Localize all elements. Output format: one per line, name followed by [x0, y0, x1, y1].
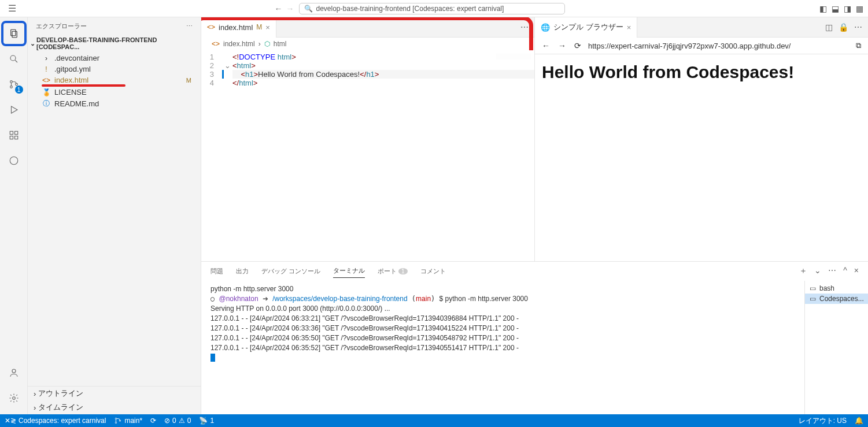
split-icon[interactable]: ◫ — [825, 23, 833, 32]
terminal-list: ▭bash ▭Codespaces... — [804, 281, 868, 414]
status-ports[interactable]: 📡 1 — [199, 417, 214, 425]
project-folder-row[interactable]: ⌄ DEVELOP-BASE-TRAINING-FRONTEND [CODESP… — [28, 35, 201, 51]
line-number: 2 — [201, 61, 222, 70]
tab-simple-browser[interactable]: 🌐 シンプル ブラウザー × — [535, 17, 637, 38]
command-search[interactable]: 🔍 develop-base-training-frontend [Codesp… — [299, 3, 565, 14]
tab-label: シンプル ブラウザー — [553, 22, 623, 32]
browser-forward-icon[interactable]: → — [558, 41, 566, 50]
activity-settings[interactable] — [2, 387, 25, 410]
editor-tab-bar: <> index.html M × ⋯ — [201, 17, 534, 38]
svg-point-12 — [10, 157, 18, 165]
explorer-sidebar: エクスプローラー ⋯ ⌄ DEVELOP-BASE-TRAINING-FRONT… — [28, 17, 201, 414]
file-index-html[interactable]: <>index.htmlM — [36, 75, 201, 86]
timeline-row[interactable]: ›タイムライン — [28, 400, 201, 414]
tab-index-html[interactable]: <> index.html M × — [201, 17, 276, 38]
panel-more-icon[interactable]: ⋯ — [828, 266, 836, 276]
activity-search[interactable] — [2, 47, 25, 70]
more-icon[interactable]: ⋯ — [854, 23, 862, 32]
terminal-output[interactable]: python -m http.server 3000 ○ @nokhnaton … — [201, 281, 804, 414]
file-list: ›.devcontainer !.gitpod.yml <>index.html… — [28, 51, 201, 111]
file-label: README.md — [54, 99, 99, 108]
svg-line-3 — [15, 60, 17, 62]
file-gitpod[interactable]: !.gitpod.yml — [36, 64, 201, 75]
tab-ports[interactable]: ポート1 — [378, 265, 408, 278]
close-icon[interactable]: × — [265, 23, 270, 32]
title-bar: ☰ ← → 🔍 develop-base-training-frontend [… — [0, 0, 868, 17]
tab-comments[interactable]: コメント — [420, 265, 446, 278]
sidebar-more-icon[interactable]: ⋯ — [186, 23, 193, 30]
file-license[interactable]: 🏅LICENSE — [36, 87, 201, 98]
status-layout[interactable]: レイアウト: US — [799, 416, 847, 426]
outline-label: アウトライン — [38, 388, 83, 399]
breadcrumb-tag: html — [274, 40, 287, 48]
terminal-dropdown-icon[interactable]: ⌄ — [814, 266, 821, 276]
html-icon: <> — [42, 76, 51, 84]
chevron-right-icon: › — [42, 54, 51, 62]
file-label: .gitpod.yml — [54, 65, 91, 73]
lock-icon[interactable]: 🔒 — [839, 23, 848, 32]
activity-explorer[interactable] — [2, 22, 25, 45]
editor-area: <> index.html M × ⋯ <> index.html › ⬡ ht… — [201, 17, 868, 414]
page-heading: Hello World from Codespaces! — [542, 62, 861, 82]
breadcrumb[interactable]: <> index.html › ⬡ html — [201, 38, 534, 50]
status-bar: ✕≷ Codespaces: expert carnival main* ⟳ ⊘… — [0, 414, 868, 427]
layout-right-icon[interactable]: ◨ — [844, 4, 851, 13]
status-sync[interactable]: ⟳ — [150, 417, 156, 425]
line-number: 1 — [201, 53, 222, 61]
maximize-icon[interactable]: ^ — [843, 266, 847, 276]
activity-extensions[interactable] — [2, 124, 25, 147]
terminal-icon: ▭ — [810, 284, 816, 292]
terminal-icon: ▭ — [810, 295, 816, 303]
tab-label: index.html — [219, 23, 253, 32]
terminal-codespaces[interactable]: ▭Codespaces... — [805, 294, 868, 304]
nav-forward-icon[interactable]: → — [286, 4, 294, 13]
status-errors[interactable]: ⊘ 0 ⚠ 0 — [164, 417, 191, 425]
tab-modified-mark: M — [256, 23, 262, 31]
svg-rect-0 — [10, 29, 15, 36]
tab-output[interactable]: 出力 — [236, 265, 249, 278]
chevron-right-icon: › — [34, 389, 36, 398]
menu-icon[interactable]: ☰ — [5, 3, 20, 14]
editor-more-icon[interactable]: ⋯ — [520, 23, 529, 32]
browser-reload-icon[interactable]: ⟳ — [574, 41, 581, 50]
outline-row[interactable]: ›アウトライン — [28, 387, 201, 400]
browser-back-icon[interactable]: ← — [542, 41, 550, 50]
open-external-icon[interactable]: ⧉ — [856, 41, 861, 50]
simple-browser-group: 🌐 シンプル ブラウザー × ◫ 🔒 ⋯ ← → ⟳ — [535, 17, 868, 261]
new-terminal-icon[interactable]: ＋ — [799, 266, 807, 276]
svg-point-4 — [10, 81, 12, 83]
info-icon: ⓘ — [42, 99, 51, 109]
layout-left-icon[interactable]: ◧ — [819, 4, 827, 13]
layout-grid-icon[interactable]: ▦ — [856, 4, 863, 13]
bottom-panel: 問題 出力 デバッグ コンソール ターミナル ポート1 コメント ＋ ⌄ ⋯ ^… — [201, 261, 868, 414]
fold-icon[interactable]: ⌄ — [222, 61, 232, 70]
file-readme[interactable]: ⓘREADME.md — [36, 98, 201, 110]
layout-bottom-icon[interactable]: ⬓ — [832, 4, 839, 13]
tab-debug-console[interactable]: デバッグ コンソール — [261, 265, 320, 278]
file-label: index.html — [54, 76, 88, 84]
status-codespaces[interactable]: ✕≷ Codespaces: expert carnival — [5, 417, 106, 425]
terminal-cursor — [210, 354, 215, 362]
svg-rect-9 — [10, 136, 13, 139]
minimap[interactable] — [496, 54, 531, 60]
nav-back-icon[interactable]: ← — [275, 4, 283, 13]
scm-badge: 1 — [15, 86, 23, 94]
browser-url[interactable]: https://expert-carnival-7j6jjqjrv972pxw7… — [588, 42, 849, 50]
file-devcontainer[interactable]: ›.devcontainer — [36, 53, 201, 64]
sidebar-title: エクスプローラー — [36, 22, 87, 31]
activity-run[interactable] — [2, 98, 25, 121]
close-panel-icon[interactable]: × — [854, 266, 859, 276]
svg-point-6 — [15, 83, 17, 86]
status-branch[interactable]: main* — [114, 417, 142, 425]
activity-account[interactable] — [2, 361, 25, 384]
status-bell-icon[interactable]: 🔔 — [855, 417, 863, 425]
ports-count: 1 — [398, 268, 408, 274]
activity-source-control[interactable]: 1 — [2, 73, 25, 96]
tab-terminal[interactable]: ターミナル — [333, 264, 365, 278]
terminal-bash[interactable]: ▭bash — [810, 283, 863, 294]
license-icon: 🏅 — [42, 88, 51, 96]
code-area[interactable]: 1 <!DOCTYPE html> 2⌄ <html> 3 <h1>Hello … — [201, 50, 534, 261]
close-icon[interactable]: × — [627, 23, 631, 32]
activity-github[interactable] — [2, 149, 25, 172]
tab-problems[interactable]: 問題 — [210, 265, 223, 278]
